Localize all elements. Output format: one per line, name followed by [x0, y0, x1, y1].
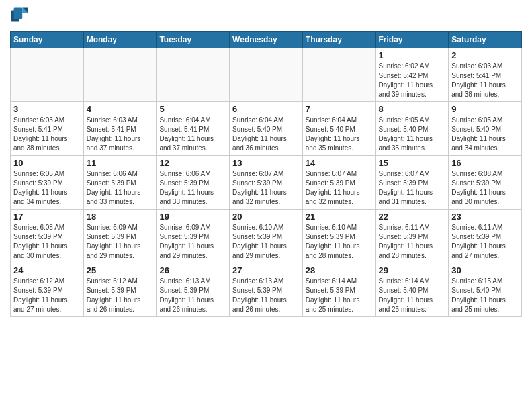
calendar-cell: 21Sunrise: 6:10 AM Sunset: 5:39 PM Dayli… — [302, 210, 375, 263]
day-number: 29 — [379, 265, 446, 275]
calendar-cell: 9Sunrise: 6:05 AM Sunset: 5:40 PM Daylig… — [449, 102, 522, 156]
day-number: 6 — [232, 104, 300, 114]
day-number: 5 — [159, 104, 226, 114]
week-row-4: 17Sunrise: 6:08 AM Sunset: 5:39 PM Dayli… — [11, 210, 522, 263]
calendar-cell: 28Sunrise: 6:14 AM Sunset: 5:39 PM Dayli… — [302, 263, 375, 317]
day-number: 16 — [451, 158, 519, 168]
calendar-cell: 16Sunrise: 6:08 AM Sunset: 5:39 PM Dayli… — [449, 156, 522, 210]
calendar-cell — [302, 48, 375, 102]
week-row-5: 24Sunrise: 6:12 AM Sunset: 5:39 PM Dayli… — [11, 263, 522, 317]
day-number: 8 — [379, 104, 446, 114]
day-info: Sunrise: 6:10 AM Sunset: 5:39 PM Dayligh… — [306, 223, 373, 261]
logo — [10, 7, 32, 26]
calendar-cell: 19Sunrise: 6:09 AM Sunset: 5:39 PM Dayli… — [157, 210, 230, 263]
calendar-header-row: SundayMondayTuesdayWednesdayThursdayFrid… — [11, 32, 522, 48]
header-tuesday: Tuesday — [157, 32, 230, 48]
calendar-cell: 12Sunrise: 6:06 AM Sunset: 5:39 PM Dayli… — [157, 156, 230, 210]
calendar-cell — [83, 48, 157, 102]
week-row-3: 10Sunrise: 6:05 AM Sunset: 5:39 PM Dayli… — [11, 156, 522, 210]
day-info: Sunrise: 6:03 AM Sunset: 5:41 PM Dayligh… — [451, 62, 519, 99]
calendar-cell: 8Sunrise: 6:05 AM Sunset: 5:40 PM Daylig… — [375, 102, 449, 156]
calendar-cell: 13Sunrise: 6:07 AM Sunset: 5:39 PM Dayli… — [230, 156, 303, 210]
calendar-cell: 23Sunrise: 6:11 AM Sunset: 5:39 PM Dayli… — [449, 210, 522, 263]
calendar-cell: 18Sunrise: 6:09 AM Sunset: 5:39 PM Dayli… — [83, 210, 157, 263]
calendar-cell: 26Sunrise: 6:13 AM Sunset: 5:39 PM Dayli… — [157, 263, 230, 317]
day-info: Sunrise: 6:06 AM Sunset: 5:39 PM Dayligh… — [159, 169, 226, 207]
day-number: 22 — [379, 212, 446, 222]
calendar-cell: 22Sunrise: 6:11 AM Sunset: 5:39 PM Dayli… — [375, 210, 449, 263]
day-number: 19 — [159, 212, 226, 222]
day-number: 7 — [306, 104, 373, 114]
calendar-cell — [11, 48, 84, 102]
calendar-cell: 3Sunrise: 6:03 AM Sunset: 5:41 PM Daylig… — [11, 102, 84, 156]
calendar-cell: 5Sunrise: 6:04 AM Sunset: 5:41 PM Daylig… — [157, 102, 230, 156]
day-number: 10 — [13, 158, 81, 168]
calendar-cell: 10Sunrise: 6:05 AM Sunset: 5:39 PM Dayli… — [11, 156, 84, 210]
day-number: 30 — [451, 265, 519, 275]
day-number: 26 — [159, 265, 226, 275]
day-info: Sunrise: 6:05 AM Sunset: 5:40 PM Dayligh… — [451, 116, 519, 153]
day-number: 13 — [232, 158, 300, 168]
day-number: 21 — [306, 212, 373, 222]
day-number: 1 — [379, 50, 446, 60]
day-number: 25 — [87, 265, 154, 275]
day-info: Sunrise: 6:11 AM Sunset: 5:39 PM Dayligh… — [451, 223, 519, 261]
day-info: Sunrise: 6:06 AM Sunset: 5:39 PM Dayligh… — [87, 169, 154, 207]
day-number: 18 — [87, 212, 154, 222]
calendar-cell: 11Sunrise: 6:06 AM Sunset: 5:39 PM Dayli… — [83, 156, 157, 210]
day-info: Sunrise: 6:11 AM Sunset: 5:39 PM Dayligh… — [379, 223, 446, 261]
day-info: Sunrise: 6:05 AM Sunset: 5:39 PM Dayligh… — [13, 169, 81, 207]
header-sunday: Sunday — [11, 32, 84, 48]
day-number: 28 — [306, 265, 373, 275]
day-number: 15 — [379, 158, 446, 168]
calendar-cell: 30Sunrise: 6:15 AM Sunset: 5:40 PM Dayli… — [449, 263, 522, 317]
day-info: Sunrise: 6:09 AM Sunset: 5:39 PM Dayligh… — [159, 223, 226, 261]
day-info: Sunrise: 6:12 AM Sunset: 5:39 PM Dayligh… — [13, 277, 81, 314]
day-info: Sunrise: 6:04 AM Sunset: 5:40 PM Dayligh… — [306, 116, 373, 153]
day-number: 23 — [451, 212, 519, 222]
day-info: Sunrise: 6:13 AM Sunset: 5:39 PM Dayligh… — [159, 277, 226, 314]
calendar-cell: 1Sunrise: 6:02 AM Sunset: 5:42 PM Daylig… — [375, 48, 449, 102]
day-info: Sunrise: 6:07 AM Sunset: 5:39 PM Dayligh… — [379, 169, 446, 207]
calendar-cell: 25Sunrise: 6:12 AM Sunset: 5:39 PM Dayli… — [83, 263, 157, 317]
day-info: Sunrise: 6:04 AM Sunset: 5:40 PM Dayligh… — [232, 116, 300, 153]
day-info: Sunrise: 6:02 AM Sunset: 5:42 PM Dayligh… — [379, 62, 446, 99]
day-number: 27 — [232, 265, 300, 275]
calendar-cell: 14Sunrise: 6:07 AM Sunset: 5:39 PM Dayli… — [302, 156, 375, 210]
day-number: 3 — [13, 104, 81, 114]
svg-rect-1 — [14, 7, 23, 19]
day-number: 4 — [87, 104, 154, 114]
calendar-cell: 6Sunrise: 6:04 AM Sunset: 5:40 PM Daylig… — [230, 102, 303, 156]
day-info: Sunrise: 6:07 AM Sunset: 5:39 PM Dayligh… — [306, 169, 373, 207]
day-number: 12 — [159, 158, 226, 168]
day-info: Sunrise: 6:15 AM Sunset: 5:40 PM Dayligh… — [451, 277, 519, 314]
calendar-cell: 15Sunrise: 6:07 AM Sunset: 5:39 PM Dayli… — [375, 156, 449, 210]
calendar-cell: 20Sunrise: 6:10 AM Sunset: 5:39 PM Dayli… — [230, 210, 303, 263]
day-info: Sunrise: 6:14 AM Sunset: 5:40 PM Dayligh… — [379, 277, 446, 314]
page: SundayMondayTuesdayWednesdayThursdayFrid… — [0, 0, 532, 324]
header-wednesday: Wednesday — [230, 32, 303, 48]
day-number: 17 — [13, 212, 81, 222]
day-info: Sunrise: 6:13 AM Sunset: 5:39 PM Dayligh… — [232, 277, 300, 314]
day-number: 2 — [451, 50, 519, 60]
day-info: Sunrise: 6:10 AM Sunset: 5:39 PM Dayligh… — [232, 223, 300, 261]
week-row-1: 1Sunrise: 6:02 AM Sunset: 5:42 PM Daylig… — [11, 48, 522, 102]
day-info: Sunrise: 6:14 AM Sunset: 5:39 PM Dayligh… — [306, 277, 373, 314]
header-friday: Friday — [375, 32, 449, 48]
header-monday: Monday — [83, 32, 157, 48]
calendar-table: SundayMondayTuesdayWednesdayThursdayFrid… — [10, 31, 522, 317]
day-number: 24 — [13, 265, 81, 275]
header-thursday: Thursday — [302, 32, 375, 48]
day-number: 11 — [87, 158, 154, 168]
day-info: Sunrise: 6:08 AM Sunset: 5:39 PM Dayligh… — [13, 223, 81, 261]
calendar-cell: 2Sunrise: 6:03 AM Sunset: 5:41 PM Daylig… — [449, 48, 522, 102]
day-info: Sunrise: 6:07 AM Sunset: 5:39 PM Dayligh… — [232, 169, 300, 207]
calendar-cell: 17Sunrise: 6:08 AM Sunset: 5:39 PM Dayli… — [11, 210, 84, 263]
day-number: 9 — [451, 104, 519, 114]
calendar-cell: 24Sunrise: 6:12 AM Sunset: 5:39 PM Dayli… — [11, 263, 84, 317]
day-number: 20 — [232, 212, 300, 222]
calendar-cell — [230, 48, 303, 102]
day-info: Sunrise: 6:04 AM Sunset: 5:41 PM Dayligh… — [159, 116, 226, 153]
day-info: Sunrise: 6:12 AM Sunset: 5:39 PM Dayligh… — [87, 277, 154, 314]
day-info: Sunrise: 6:08 AM Sunset: 5:39 PM Dayligh… — [451, 169, 519, 207]
